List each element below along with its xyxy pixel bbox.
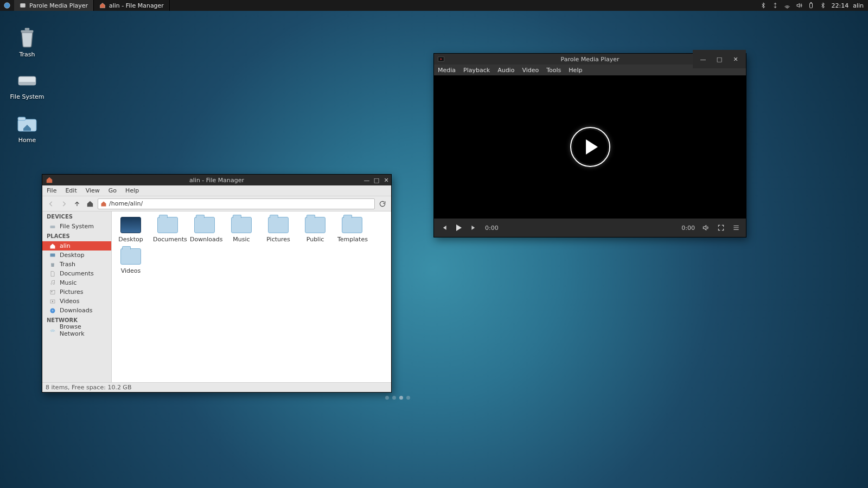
svg-rect-6 [25,28,30,30]
sidebar-item-desktop[interactable]: Desktop [42,251,111,260]
downloads-icon [49,307,56,314]
folder-label: Desktop [116,236,145,243]
folder-downloads[interactable]: Downloads [190,217,219,243]
folder-public[interactable]: Public [301,217,330,243]
parole-icon [437,55,445,63]
xfce-mouse-icon [3,2,11,9]
menu-view[interactable]: View [81,187,104,194]
path-bar[interactable]: /home/alin/ [98,198,375,209]
home-icon [49,242,56,250]
previous-button[interactable] [439,223,448,232]
taskbar-item-parole[interactable]: Parole Media Player [14,0,94,11]
minimize-button[interactable]: — [362,175,372,185]
playlist-button[interactable] [732,223,741,232]
filemanager-menubar: File Edit View Go Help [42,185,391,196]
folder-videos[interactable]: Videos [116,248,145,274]
folder-icon [231,217,252,233]
play-icon [586,139,598,155]
pictures-icon [49,288,56,296]
folder-icon [157,217,178,233]
menu-go[interactable]: Go [104,187,121,194]
menu-media[interactable]: Media [434,67,459,74]
menu-help[interactable]: Help [121,187,143,194]
sidebar-head-devices: DEVICES [42,211,111,222]
sidebar-item-home[interactable]: alin [42,241,111,251]
folder-label: Pictures [264,236,293,243]
maximize-button[interactable]: □ [372,175,381,185]
play-overlay-button[interactable] [570,127,610,167]
menu-edit[interactable]: Edit [61,187,81,194]
volume-button[interactable] [701,223,710,232]
sidebar-item-filesystem[interactable]: File System [42,222,111,231]
folder-documents[interactable]: Documents [153,217,182,243]
filemanager-window: alin - File Manager — □ ✕ File Edit View… [42,174,392,393]
svg-rect-12 [50,253,55,256]
filemanager-content[interactable]: Desktop Documents Downloads Music Pictur… [112,211,391,382]
reload-button[interactable] [377,198,388,209]
play-icon [456,224,462,231]
sidebar-item-downloads[interactable]: Downloads [42,306,111,315]
folder-label: Public [301,236,330,243]
applications-menu-button[interactable] [0,0,14,11]
menu-file[interactable]: File [42,187,61,194]
sidebar-item-music[interactable]: Music [42,278,111,287]
sidebar-item-videos[interactable]: Videos [42,297,111,306]
menu-playback[interactable]: Playback [459,67,494,74]
folder-label: Documents [153,236,182,243]
up-button[interactable] [72,198,82,209]
taskbar-label: Parole Media Player [29,2,88,9]
sidebar-item-pictures[interactable]: Pictures [42,287,111,297]
back-button[interactable] [46,198,56,209]
menu-audio[interactable]: Audio [494,67,518,74]
video-area[interactable] [434,75,746,219]
media-titlebar[interactable]: Parole Media Player — □ ✕ [434,54,746,65]
user-menu[interactable]: alin [853,2,864,9]
sidebar-item-label: Pictures [60,288,84,296]
taskbar-item-filemanager[interactable]: alin - File Manager [94,0,170,11]
desktop-icon-label: Trash [5,51,49,58]
bluetooth2-icon[interactable] [819,2,827,9]
sidebar-item-label: Desktop [60,252,84,259]
minimize-button[interactable]: — [698,54,708,65]
home-folder-icon [16,113,38,134]
sidebar-item-network[interactable]: Browse Network [42,325,111,335]
menu-help[interactable]: Help [565,67,586,74]
maximize-button[interactable]: □ [714,54,724,65]
sidebar-item-trash[interactable]: Trash [42,260,111,269]
forward-button[interactable] [59,198,69,209]
bluetooth-icon[interactable] [760,2,767,9]
path-text: /home/alin/ [109,200,143,207]
volume-icon[interactable] [795,2,803,9]
folder-desktop[interactable]: Desktop [116,217,145,243]
media-player-icon [20,2,26,9]
desktop-icon [49,252,56,259]
menu-tools[interactable]: Tools [542,67,565,74]
battery-icon[interactable] [807,2,815,9]
fullscreen-button[interactable] [717,223,725,232]
folder-templates[interactable]: Templates [337,217,367,243]
next-button[interactable] [470,223,478,232]
desktop-icon-home[interactable]: Home [5,113,49,144]
desktop-icon-filesystem[interactable]: File System [5,69,49,100]
clock[interactable]: 22:14 [831,2,848,9]
sidebar-item-label: Documents [60,270,94,277]
desktop-icon-trash[interactable]: Trash [5,27,49,58]
network-icon[interactable] [783,2,791,9]
drive-icon [49,223,56,230]
sidebar-item-documents[interactable]: Documents [42,269,111,278]
workspace-indicator[interactable] [385,396,410,400]
folder-music[interactable]: Music [227,217,256,243]
filemanager-title: alin - File Manager [42,177,391,184]
home-button[interactable] [85,198,95,209]
close-button[interactable]: ✕ [731,54,741,65]
home-icon [45,176,54,184]
updates-icon[interactable] [771,2,779,9]
sidebar-item-label: File System [60,223,94,230]
media-player-window: Parole Media Player — □ ✕ Media Playback… [433,53,746,237]
time-elapsed: 0:00 [485,224,499,232]
menu-video[interactable]: Video [518,67,542,74]
folder-pictures[interactable]: Pictures [264,217,293,243]
play-button[interactable] [455,223,463,232]
filemanager-titlebar[interactable]: alin - File Manager — □ ✕ [42,175,391,185]
close-button[interactable]: ✕ [381,175,391,185]
